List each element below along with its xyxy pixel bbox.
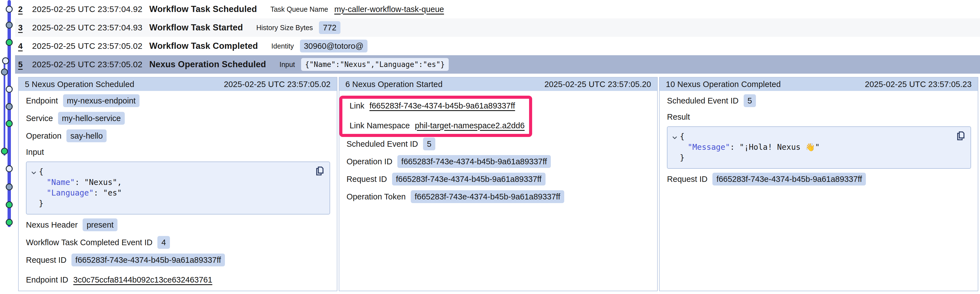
event-name: Workflow Task Scheduled bbox=[149, 4, 257, 14]
field-value-badge: present bbox=[83, 218, 118, 231]
panel-title: 5 Nexus Operation Scheduled bbox=[25, 80, 134, 89]
panel-title: 10 Nexus Operation Completed bbox=[666, 80, 781, 89]
panel-nexus-operation-scheduled: 5 Nexus Operation Scheduled 2025-02-25 U… bbox=[18, 77, 337, 291]
panel-nexus-operation-completed: 10 Nexus Operation Completed 2025-02-25 … bbox=[659, 77, 978, 291]
event-history-rows: 2 2025-02-25 UTC 23:57:04.92 Workflow Ta… bbox=[15, 0, 980, 74]
panel-nexus-operation-started: 6 Nexus Operation Started 2025-02-25 UTC… bbox=[339, 77, 658, 291]
event-attr-value-badge: {"Name":"Nexus","Language":"es"} bbox=[301, 58, 449, 71]
field-value-badge: f665283f-743e-4374-b45b-9a61a89337ff bbox=[392, 173, 546, 186]
pink-highlight-box: Link f665283f-743e-4374-b45b-9a61a89337f… bbox=[339, 96, 532, 137]
field-label: Nexus Header bbox=[26, 220, 78, 230]
field-value-badge: my-hello-service bbox=[58, 112, 125, 125]
field-operation-token: Operation Token f665283f-743e-4374-b45b-… bbox=[347, 190, 651, 203]
event-attr-label: Input bbox=[279, 60, 295, 68]
event-marker-completed-icon bbox=[6, 202, 12, 208]
event-timestamp: 2025-02-25 UTC 23:57:05.02 bbox=[32, 41, 149, 51]
history-row-workflow-task-completed[interactable]: 4 2025-02-25 UTC 23:57:05.02 Workflow Ta… bbox=[15, 37, 980, 55]
event-timestamp: 2025-02-25 UTC 23:57:05.02 bbox=[32, 60, 149, 69]
field-request-id: Request ID f665283f-743e-4374-b45b-9a61a… bbox=[347, 173, 651, 186]
event-marker-started-icon bbox=[6, 22, 12, 28]
event-id-link[interactable]: 5 bbox=[18, 60, 32, 69]
field-service: Service my-hello-service bbox=[26, 112, 330, 125]
result-section-label: Result bbox=[667, 112, 971, 122]
field-value-badge: 5 bbox=[423, 138, 435, 150]
field-label: Request ID bbox=[26, 256, 67, 265]
history-row-workflow-task-scheduled[interactable]: 2 2025-02-25 UTC 23:57:04.92 Workflow Ta… bbox=[15, 0, 980, 18]
panel-timestamp: 2025-02-25 UTC 23:57:05.02 bbox=[224, 80, 330, 89]
field-value-badge: f665283f-743e-4374-b45b-9a61a89337ff bbox=[397, 155, 551, 168]
event-marker-started-icon bbox=[6, 184, 12, 190]
event-timestamp: 2025-02-25 UTC 23:57:04.92 bbox=[32, 5, 149, 14]
event-marker-started-icon bbox=[2, 69, 8, 75]
event-attr-label: Identity bbox=[271, 42, 294, 50]
json-entry: "Message": "¡Hola! Nexus 👋" bbox=[680, 142, 951, 153]
field-label: Endpoint bbox=[26, 96, 58, 105]
panel-timestamp: 2025-02-25 UTC 23:57:05.20 bbox=[544, 80, 651, 89]
event-marker-completed-icon bbox=[6, 39, 12, 46]
copy-icon[interactable] bbox=[955, 130, 966, 141]
field-link-namespace: Link Namespace phil-target-namespace2.a2… bbox=[350, 121, 523, 130]
field-label: Request ID bbox=[667, 175, 707, 184]
event-name: Workflow Task Completed bbox=[149, 41, 258, 51]
event-marker-waiting-icon bbox=[6, 166, 12, 172]
event-id-link[interactable]: 2 bbox=[18, 5, 32, 14]
task-queue-link[interactable]: my-caller-workflow-task-queue bbox=[334, 5, 444, 14]
collapse-chevron-icon[interactable] bbox=[30, 169, 37, 176]
event-marker-completed-icon bbox=[6, 121, 12, 127]
event-attr-value-badge: 30960@totoro@ bbox=[300, 40, 368, 52]
field-nexus-header: Nexus Header present bbox=[26, 218, 330, 231]
field-label: Link bbox=[350, 101, 364, 110]
field-value-badge: say-hello bbox=[67, 129, 107, 142]
field-operation: Operation say-hello bbox=[26, 129, 330, 142]
field-label: Request ID bbox=[347, 175, 387, 184]
field-request-id: Request ID f665283f-743e-4374-b45b-9a61a… bbox=[26, 254, 330, 266]
event-name: Workflow Task Started bbox=[149, 22, 243, 33]
field-label: Scheduled Event ID bbox=[667, 96, 738, 105]
event-id-link[interactable]: 4 bbox=[18, 41, 32, 51]
json-close-brace: } bbox=[39, 198, 310, 209]
panel-header: 10 Nexus Operation Completed 2025-02-25 … bbox=[660, 78, 978, 91]
panel-header: 5 Nexus Operation Scheduled 2025-02-25 U… bbox=[19, 78, 337, 91]
field-operation-id: Operation ID f665283f-743e-4374-b45b-9a6… bbox=[347, 155, 651, 168]
input-section-label: Input bbox=[26, 147, 330, 157]
field-value-badge: f665283f-743e-4374-b45b-9a61a89337ff bbox=[411, 190, 564, 203]
field-label: Workflow Task Completed Event ID bbox=[26, 238, 152, 247]
event-attr-label: History Size Bytes bbox=[256, 24, 313, 32]
json-entry: "Language": "es" bbox=[39, 188, 310, 198]
event-attr-value-badge: 772 bbox=[319, 21, 340, 34]
collapse-chevron-icon[interactable] bbox=[671, 134, 678, 141]
field-label: Operation ID bbox=[347, 157, 392, 166]
panel-title: 6 Nexus Operation Started bbox=[345, 80, 442, 89]
workflow-event-history-view: 2 2025-02-25 UTC 23:57:04.92 Workflow Ta… bbox=[0, 0, 980, 294]
event-group-detail-panels: 5 Nexus Operation Scheduled 2025-02-25 U… bbox=[18, 77, 978, 291]
field-label: Operation Token bbox=[347, 192, 406, 202]
field-value-badge: my-nexus-endpoint bbox=[63, 94, 140, 107]
json-close-brace: } bbox=[680, 153, 951, 163]
event-timestamp: 2025-02-25 UTC 23:57:04.93 bbox=[32, 23, 149, 32]
input-json-viewer: { "Name": "Nexus", "Language": "es" } bbox=[26, 162, 330, 215]
timeline-main-line bbox=[8, 0, 11, 227]
event-id-link[interactable]: 3 bbox=[18, 23, 32, 32]
link-namespace-link[interactable]: phil-target-namespace2.a2dd6 bbox=[415, 121, 525, 130]
field-label: Service bbox=[26, 114, 53, 123]
field-workflow-task-completed-event-id: Workflow Task Completed Event ID 4 bbox=[26, 236, 330, 249]
json-open-brace: { bbox=[680, 131, 951, 142]
field-value-badge: 5 bbox=[744, 94, 756, 107]
history-row-nexus-operation-scheduled-selected[interactable]: 5 2025-02-25 UTC 23:57:05.02 Nexus Opera… bbox=[15, 55, 980, 74]
field-link: Link f665283f-743e-4374-b45b-9a61a89337f… bbox=[350, 101, 523, 110]
event-name: Nexus Operation Scheduled bbox=[149, 59, 266, 70]
event-marker-completed-icon bbox=[2, 148, 8, 154]
field-value-badge: f665283f-743e-4374-b45b-9a61a89337ff bbox=[72, 254, 225, 266]
field-request-id: Request ID f665283f-743e-4374-b45b-9a61a… bbox=[667, 173, 971, 186]
link-value-link[interactable]: f665283f-743e-4374-b45b-9a61a89337ff bbox=[369, 101, 515, 110]
event-marker-started-icon bbox=[6, 103, 12, 110]
result-json-viewer: { "Message": "¡Hola! Nexus 👋" } bbox=[667, 126, 971, 169]
field-label: Scheduled Event ID bbox=[347, 140, 418, 149]
field-scheduled-event-id: Scheduled Event ID 5 bbox=[667, 94, 971, 107]
endpoint-id-link[interactable]: 3c0c75ccfa8144b092c13ce632463761 bbox=[73, 275, 212, 284]
json-open-brace: { bbox=[39, 167, 310, 177]
event-attr-label: Task Queue Name bbox=[270, 5, 328, 13]
copy-icon[interactable] bbox=[314, 165, 325, 176]
field-label: Operation bbox=[26, 131, 61, 141]
history-row-workflow-task-started[interactable]: 3 2025-02-25 UTC 23:57:04.93 Workflow Ta… bbox=[15, 18, 980, 37]
